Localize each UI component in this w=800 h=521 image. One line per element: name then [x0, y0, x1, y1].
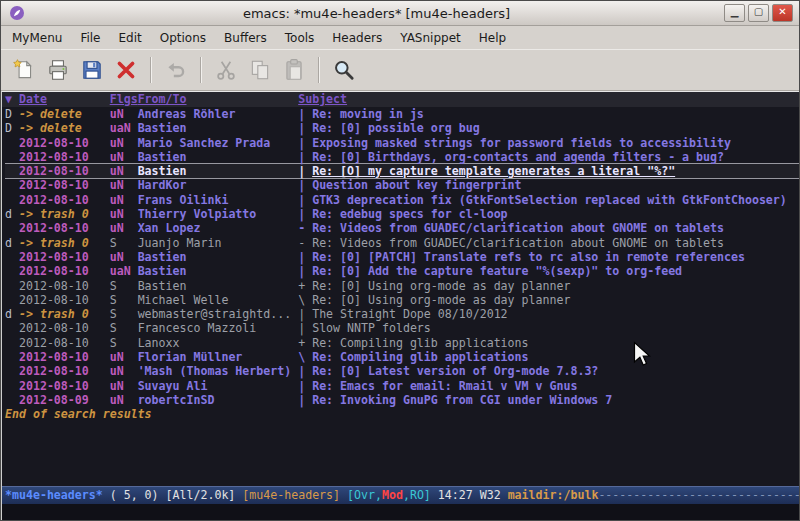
subject-cell: Re: Videos from GUADEC/clarification abo…: [312, 236, 724, 250]
from-cell: robertcInSD: [138, 393, 299, 407]
mark-cell: [5, 321, 19, 335]
message-row[interactable]: 2012-08-10 uN Bastien | Re: [0] Birthday…: [5, 150, 799, 164]
date-cell: 2012-08-10: [19, 350, 110, 364]
menu-item-yasnippet[interactable]: YASnippet: [391, 28, 470, 48]
thread-indicator: |: [298, 193, 312, 207]
flags-cell: uN: [110, 150, 138, 164]
subject-cell: GTK3 deprecation fix (GtkFontSelection r…: [312, 193, 787, 207]
menu-item-options[interactable]: Options: [151, 28, 215, 48]
menu-item-file[interactable]: File: [71, 28, 109, 48]
from-cell: Bastien: [138, 164, 299, 178]
message-row[interactable]: D -> delete uaN Bastien | Re: [0] possib…: [5, 121, 799, 135]
message-row[interactable]: 2012-08-09 uN robertcInSD | Re: Invoking…: [5, 393, 799, 407]
message-row[interactable]: 2012-08-10 uN Frans Oilinki | GTK3 depre…: [5, 193, 799, 207]
thread-indicator: |: [298, 364, 312, 378]
mark-cell: d: [5, 236, 19, 250]
flags-cell: uN: [110, 193, 138, 207]
thread-indicator: |: [298, 264, 312, 278]
sort-indicator-icon: ▼: [5, 92, 19, 106]
column-header-subject[interactable]: Subject: [298, 92, 347, 106]
message-row[interactable]: d -> trash 0 S Juanjo Marin - Re: Videos…: [5, 236, 799, 250]
new-file-button[interactable]: [7, 54, 41, 86]
subject-cell: Exposing masked strings for password fie…: [312, 136, 731, 150]
message-row[interactable]: 2012-08-10 uN HardKor | Question about k…: [5, 178, 799, 192]
thread-indicator: \: [298, 350, 312, 364]
column-header-date[interactable]: Date: [19, 92, 47, 106]
message-row[interactable]: 2012-08-10 uN Suvayu Ali | Re: Emacs for…: [5, 379, 799, 393]
date-cell: -> delete: [19, 121, 110, 135]
search-icon: [332, 58, 356, 82]
message-row[interactable]: 2012-08-10 uN Florian Müllner \ Re: Comp…: [5, 350, 799, 364]
subject-cell: Re: [0] Birthdays, org-contacts and agen…: [312, 150, 724, 164]
message-row[interactable]: 2012-08-10 uN 'Mash (Thomas Herbert) | R…: [5, 364, 799, 378]
paste-icon: [282, 58, 306, 82]
maximize-button[interactable]: ▢: [748, 4, 769, 22]
print-button[interactable]: [41, 54, 75, 86]
message-row[interactable]: 2012-08-10 uN Bastien | Re: [O] my captu…: [5, 163, 799, 179]
modeline-segment-buffer: *mu4e-headers*: [5, 488, 103, 502]
mark-cell: [5, 250, 19, 264]
flags-cell: uN: [110, 350, 138, 364]
date-cell: -> trash 0: [19, 236, 110, 250]
subject-cell: Re: [O] Using org-mode as day planner: [312, 293, 570, 307]
close-button[interactable]: [109, 54, 143, 86]
from-cell: HardKor: [138, 178, 299, 192]
date-cell: -> delete: [19, 107, 110, 121]
date-cell: 2012-08-10: [19, 221, 110, 235]
message-row[interactable]: 2012-08-10 S Bastien + Re: [0] Using org…: [5, 279, 799, 293]
message-row[interactable]: 2012-08-10 S Lanoxx + Re: Compiling glib…: [5, 336, 799, 350]
menu-item-buffers[interactable]: Buffers: [215, 28, 276, 48]
message-row[interactable]: D -> delete uN Andreas Röhler | Re: movi…: [5, 107, 799, 121]
column-header-flags[interactable]: Flgs: [110, 92, 138, 106]
message-row[interactable]: d -> trash 0 uN Thierry Volpiatto | Re: …: [5, 207, 799, 221]
flags-cell: S: [110, 279, 138, 293]
message-row[interactable]: 2012-08-10 S Michael Welle \ Re: [O] Usi…: [5, 293, 799, 307]
from-cell: Michael Welle: [138, 293, 299, 307]
menu-item-mymenu[interactable]: MyMenu: [3, 28, 71, 48]
modeline-segment-plain: 14:27 W32: [431, 488, 508, 502]
menu-item-help[interactable]: Help: [470, 28, 515, 48]
menu-item-edit[interactable]: Edit: [110, 28, 151, 48]
mark-cell: [5, 264, 19, 278]
from-cell: Bastien: [138, 121, 299, 135]
copy-icon: [248, 58, 272, 82]
flags-cell: uN: [110, 178, 138, 192]
print-icon: [46, 58, 70, 82]
mode-line: *mu4e-headers* ( 5, 0) [All/2.0k] [mu4e-…: [2, 486, 799, 504]
save-button[interactable]: [75, 54, 109, 86]
emacs-icon: [9, 5, 25, 21]
thread-indicator: |: [298, 393, 312, 407]
emacs-window: emacs: *mu4e-headers* [mu4e-headers] ▁ ▢…: [0, 0, 800, 521]
search-button[interactable]: [327, 54, 361, 86]
menu-item-tools[interactable]: Tools: [276, 28, 324, 48]
date-cell: 2012-08-10: [19, 364, 110, 378]
thread-indicator: |: [298, 107, 312, 121]
message-row[interactable]: d -> trash 0 S webmaster@straightd... | …: [5, 307, 799, 321]
subject-cell: Question about key fingerprint: [312, 178, 521, 192]
from-cell: Bastien: [138, 250, 299, 264]
thread-indicator: |: [298, 121, 312, 135]
column-header-from[interactable]: From/To: [138, 92, 187, 106]
minimize-button[interactable]: ▁: [724, 4, 745, 22]
message-row[interactable]: 2012-08-10 uN Xan Lopez - Re: Videos fro…: [5, 221, 799, 235]
mark-cell: [5, 364, 19, 378]
date-cell: 2012-08-10: [19, 193, 110, 207]
modeline-segment-orange-bold: maildir:/bulk: [508, 488, 599, 502]
from-cell: Lanoxx: [138, 336, 299, 350]
modeline-segment-red: Mod: [382, 488, 403, 502]
message-row[interactable]: 2012-08-10 uN Bastien | Re: [0] [PATCH] …: [5, 250, 799, 264]
from-cell: Juanjo Marin: [138, 236, 299, 250]
menu-item-headers[interactable]: Headers: [323, 28, 391, 48]
message-row[interactable]: 2012-08-10 uN Mario Sanchez Prada | Expo…: [5, 136, 799, 150]
flags-cell: uN: [110, 250, 138, 264]
message-row[interactable]: 2012-08-10 S Francesco Mazzoli | Slow NN…: [5, 321, 799, 335]
message-row[interactable]: 2012-08-10 uaN Bastien | Re: [0] Add the…: [5, 264, 799, 278]
subject-cell: Re: Compiling glib applications: [312, 350, 528, 364]
date-cell: 2012-08-10: [19, 136, 110, 150]
mark-cell: [5, 379, 19, 393]
flags-cell: uN: [110, 379, 138, 393]
from-cell: Francesco Mazzoli: [138, 321, 299, 335]
close-button[interactable]: ✕: [772, 4, 793, 22]
flags-cell: uN: [110, 221, 138, 235]
date-cell: 2012-08-10: [19, 250, 110, 264]
